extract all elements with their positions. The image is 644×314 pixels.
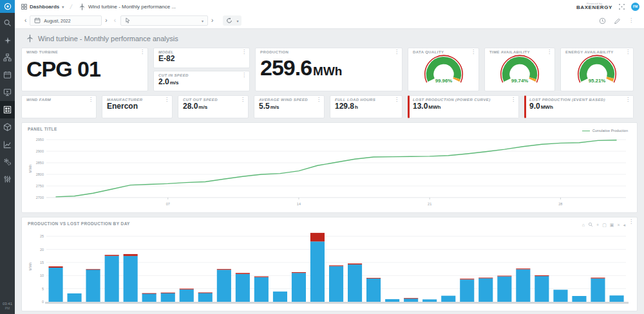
hierarchy-icon — [3, 53, 12, 62]
svg-text:2800: 2800 — [36, 172, 44, 176]
edit-pencil-icon[interactable] — [614, 17, 621, 24]
kebab-menu-icon[interactable]: ⋮ — [547, 50, 552, 55]
time-availability-gauge: 99.74% — [496, 54, 544, 86]
sliders-icon — [3, 175, 12, 183]
kebab-menu-icon[interactable]: ⋮ — [164, 97, 169, 102]
sidebar-item-favorites[interactable] — [0, 32, 15, 49]
tab-wind-turbine-dashboard[interactable]: Wind turbine - Monthly performance ... — [79, 3, 176, 10]
data-quality-gauge: 99.96% — [420, 54, 468, 86]
kebab-menu-icon[interactable]: ⋮ — [240, 97, 245, 102]
sparkle-icon — [4, 37, 12, 44]
panel-production-vs-lost: PRODUCTION VS LOST PRODUCTION BY DAY ⋮ ⌂… — [21, 217, 638, 311]
kebab-menu-icon[interactable]: ⋮ — [88, 97, 93, 102]
refresh-control[interactable]: ▾ — [223, 15, 242, 26]
manufacturer-value: Enercon — [107, 102, 167, 111]
svg-text:15: 15 — [40, 261, 44, 264]
nav-dashboards[interactable]: Dashboards ▾ — [21, 4, 64, 10]
card-wind-farm: ⋮ WIND FARM — [21, 95, 97, 118]
date-picker[interactable]: August, 2022 — [30, 15, 102, 26]
chart-modebar: ⌂ + ▢ ▣ × ◂ — [582, 222, 625, 227]
cumulative-production-line-chart[interactable]: 270027502800285029002950MWh07142128 — [27, 133, 629, 209]
line-chart-icon — [3, 140, 12, 149]
average-wind-speed-value: 5.5m/s — [259, 102, 319, 111]
sidebar-item-monitoring[interactable] — [0, 84, 15, 101]
box-select-icon[interactable]: ▢ — [602, 223, 607, 227]
sidebar-item-hierarchy[interactable] — [0, 49, 15, 66]
card-stack-model: ⋮ MODEL E-82 ⋮ CUT IN SPEED 2.0m/s — [153, 48, 250, 91]
wind-turbine-icon — [26, 34, 34, 42]
sidebar-item-settings[interactable] — [0, 171, 15, 188]
next-entity-button[interactable]: › — [208, 17, 216, 24]
sidebar-item-dashboards[interactable] — [0, 101, 15, 118]
calendar-icon — [34, 17, 41, 24]
calendar-icon — [3, 71, 12, 79]
gears-icon — [3, 158, 12, 166]
pan-icon[interactable]: + — [596, 223, 599, 227]
production-vs-lost-bar-chart[interactable]: 0510152025MWh — [27, 228, 629, 308]
svg-text:99.74%: 99.74% — [511, 78, 529, 84]
kebab-menu-icon[interactable]: ⋮ — [625, 50, 630, 55]
chevron-down-icon: ▾ — [202, 19, 204, 23]
sidebar-item-services[interactable] — [0, 153, 15, 171]
cube-icon — [3, 123, 12, 131]
kebab-menu-icon[interactable]: ⋮ — [140, 50, 145, 55]
kebab-menu-icon[interactable]: ⋮ — [511, 97, 516, 102]
svg-text:2950: 2950 — [36, 138, 44, 142]
svg-text:2900: 2900 — [36, 149, 44, 153]
kebab-menu-icon[interactable]: ⋮ — [242, 73, 247, 78]
date-picker-value: August, 2022 — [44, 19, 70, 23]
sidebar-item-schedule[interactable] — [0, 66, 15, 84]
svg-text:28: 28 — [558, 202, 562, 206]
card-cut-in-speed: ⋮ CUT IN SPEED 2.0m/s — [153, 71, 250, 91]
next-period-button[interactable]: › — [102, 17, 110, 24]
history-clock-icon[interactable] — [599, 17, 606, 24]
sidebar-clock: 03:41 PM — [3, 301, 12, 314]
card-label: PRODUCTION — [260, 50, 397, 54]
card-label: WIND FARM — [26, 98, 91, 102]
panel-title: PRODUCTION VS LOST PRODUCTION BY DAY — [28, 221, 130, 226]
brand-name: BAXENERGY — [576, 5, 612, 10]
chart-legend[interactable]: Cumulative Production — [582, 129, 628, 133]
svg-text:2700: 2700 — [36, 196, 44, 199]
card-average-wind-speed: ⋮ AVERAGE WIND SPEED 5.5m/s — [254, 95, 325, 118]
lasso-select-icon[interactable]: ▣ — [610, 223, 614, 227]
kebab-menu-icon[interactable]: ⋮ — [316, 97, 321, 102]
sidebar-item-assets[interactable] — [0, 118, 15, 136]
card-label: WIND TURBINE — [26, 50, 143, 54]
legend-swatch — [582, 131, 590, 131]
sidebar-item-analytics[interactable] — [0, 136, 15, 153]
prev-period-button[interactable]: ‹ — [21, 17, 30, 24]
card-wind-turbine: ⋮ WIND TURBINE CPG 01 — [21, 48, 148, 91]
fullscreen-icon[interactable] — [618, 3, 625, 10]
card-energy-availability: ⋮ ENERGY AVAILABILITY 95.21% — [560, 48, 634, 91]
svg-text:07: 07 — [166, 202, 170, 206]
kebab-menu-icon[interactable]: ⋮ — [242, 50, 247, 55]
autoscale-icon[interactable]: ◂ — [623, 223, 625, 227]
clock-time: 03:41 — [3, 301, 12, 306]
card-manufacturer: ⋮ MANUFACTURER Enercon — [102, 95, 173, 118]
prev-entity-button[interactable]: ‹ — [111, 17, 119, 24]
kebab-menu-icon[interactable]: ⋮ — [629, 18, 634, 23]
zoom-icon[interactable] — [588, 222, 593, 227]
kebab-menu-icon[interactable]: ⋮ — [394, 50, 399, 55]
chevron-down-icon: ▾ — [62, 5, 64, 9]
kebab-menu-icon[interactable]: ⋮ — [471, 50, 476, 55]
entity-selector[interactable]: ▾ — [120, 15, 208, 26]
search-icon — [3, 19, 12, 27]
baxenergy-logo-icon — [3, 2, 12, 11]
svg-text:10: 10 — [40, 273, 44, 277]
svg-text:20: 20 — [40, 248, 44, 252]
card-cut-out-speed: ⋮ CUT OUT SPEED 28.0m/s — [178, 95, 249, 118]
card-label: LOST PRODUCTION (EVENT BASED) — [529, 98, 629, 102]
user-avatar[interactable]: FM — [631, 3, 639, 11]
kebab-menu-icon[interactable]: ⋮ — [625, 97, 630, 102]
svg-text:25: 25 — [40, 234, 44, 238]
home-icon[interactable]: ⌂ — [582, 223, 585, 227]
kebab-menu-icon[interactable]: ⋮ — [394, 97, 399, 102]
app-logo[interactable] — [0, 0, 15, 13]
sidebar-item-search[interactable] — [0, 14, 15, 32]
kebab-menu-icon[interactable]: ⋮ — [629, 219, 634, 225]
lost-production-event-based-value: 9.0MWh — [529, 102, 629, 111]
cut-out-speed-value: 28.0m/s — [183, 102, 243, 111]
reset-axes-icon[interactable]: × — [617, 223, 620, 227]
